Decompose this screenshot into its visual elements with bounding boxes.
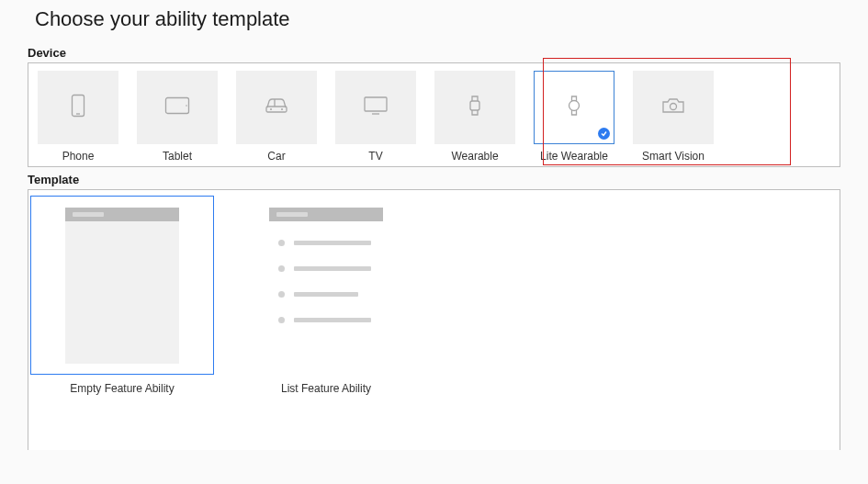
device-item-wearable[interactable]: Wearable <box>434 69 515 163</box>
svg-rect-8 <box>365 97 387 111</box>
svg-point-5 <box>270 108 272 110</box>
template-section-label: Template <box>28 173 840 186</box>
device-item-litewearable[interactable]: Lite Wearable <box>534 69 614 163</box>
selected-check-icon <box>598 128 610 140</box>
device-caption: Lite Wearable <box>540 150 608 163</box>
phone-icon <box>70 94 86 121</box>
template-preview-empty <box>65 208 179 364</box>
camera-icon <box>661 96 685 118</box>
template-tile-empty <box>30 196 214 375</box>
template-item-list[interactable]: List Feature Ability <box>232 194 420 395</box>
device-panel: Phone Tablet Car TV Wear <box>28 62 840 167</box>
template-tile-list <box>234 196 418 375</box>
device-item-smartvision[interactable]: Smart Vision <box>633 69 714 163</box>
device-tile-smartvision <box>633 71 714 144</box>
device-caption: Phone <box>62 150 95 163</box>
svg-rect-4 <box>266 107 287 112</box>
device-caption: Tablet <box>163 150 192 163</box>
device-caption: Car <box>267 150 285 163</box>
template-caption: List Feature Ability <box>281 382 371 395</box>
template-panel: Empty Feature Ability List Feature Abili… <box>28 189 840 450</box>
device-tile-tv <box>335 71 416 144</box>
device-caption: TV <box>368 150 382 163</box>
device-tile-litewearable <box>534 71 614 144</box>
svg-rect-2 <box>166 98 189 114</box>
template-item-empty[interactable]: Empty Feature Ability <box>28 194 216 395</box>
device-section-label: Device <box>28 46 840 60</box>
tablet-icon <box>164 96 190 118</box>
svg-point-6 <box>281 108 283 110</box>
device-item-tv[interactable]: TV <box>335 69 416 163</box>
device-caption: Wearable <box>451 150 498 163</box>
device-tile-phone <box>38 71 118 144</box>
tv-icon <box>363 96 389 119</box>
svg-rect-10 <box>470 101 479 110</box>
svg-rect-0 <box>73 96 85 117</box>
svg-point-12 <box>671 104 677 110</box>
car-icon <box>264 96 289 119</box>
svg-point-11 <box>569 101 580 111</box>
svg-point-3 <box>186 105 187 107</box>
litewearable-icon <box>566 94 582 121</box>
device-tile-wearable <box>434 71 515 144</box>
device-caption: Smart Vision <box>642 150 705 163</box>
device-item-car[interactable]: Car <box>236 69 317 163</box>
page-title: Choose your ability template <box>35 7 840 31</box>
device-tile-car <box>236 71 317 144</box>
wearable-icon <box>467 94 483 121</box>
template-preview-list <box>269 208 383 364</box>
device-item-tablet[interactable]: Tablet <box>137 69 218 163</box>
template-caption: Empty Feature Ability <box>70 382 174 395</box>
device-item-phone[interactable]: Phone <box>38 69 118 163</box>
device-tile-tablet <box>137 71 218 144</box>
